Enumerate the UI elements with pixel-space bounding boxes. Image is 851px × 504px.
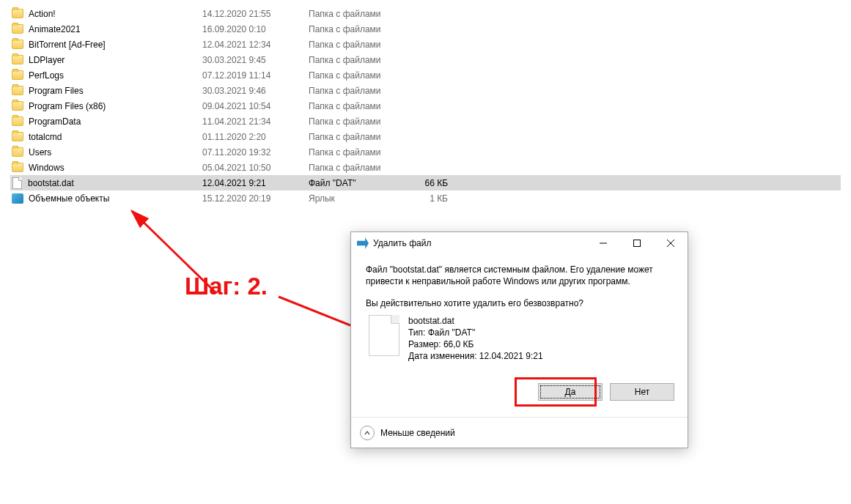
folder-icon [12,147,23,157]
file-name: bootstat.dat [408,315,543,327]
file-name-label: totalcmd [29,132,62,142]
file-type-label: Папка с файлами [309,101,411,111]
file-date-label: 16.09.2020 0:10 [202,24,309,34]
no-button[interactable]: Нет [610,383,674,401]
file-date-label: 05.04.2021 10:50 [202,163,309,173]
file-date-label: 14.12.2020 21:55 [202,9,309,19]
minimize-button[interactable] [586,232,620,254]
file-name-label: BitTorrent [Ad-Free] [29,40,106,50]
3d-objects-icon [12,193,23,204]
file-list: Action!14.12.2020 21:55Папка с файламиAn… [10,6,841,206]
file-date-label: 12.04.2021 12:34 [202,40,309,50]
file-row[interactable]: Windows05.04.2021 10:50Папка с файлами [10,160,841,175]
file-type-label: Папка с файлами [309,55,411,65]
folder-icon [12,163,23,172]
file-date: Дата изменения: 12.04.2021 9:21 [408,350,543,362]
file-date-label: 30.03.2021 9:45 [202,55,309,65]
file-date-label: 12.04.2021 9:21 [202,178,309,188]
folder-icon [12,9,23,18]
file-type-label: Ярлык [309,193,411,204]
folder-icon [12,55,23,64]
file-name-label: Объемные объекты [29,193,109,204]
file-type-label: Папка с файлами [309,116,411,127]
file-row[interactable]: totalcmd01.11.2020 2:20Папка с файлами [10,129,841,144]
file-name-label: Action! [29,9,56,19]
file-icon [369,315,399,356]
file-type-label: Папка с файлами [309,9,411,19]
file-size-label: 1 КБ [411,193,448,204]
file-date-label: 30.03.2021 9:46 [202,86,309,96]
file-row[interactable]: Animate202116.09.2020 0:10Папка с файлам… [10,21,841,37]
file-date-label: 07.11.2020 19:32 [202,147,309,158]
delete-arrow-icon [357,237,369,249]
folder-icon [12,101,23,111]
folder-icon [12,40,23,49]
file-date-label: 09.04.2021 10:54 [202,101,309,111]
folder-icon [12,86,23,95]
file-type-label: Папка с файлами [309,132,411,142]
file-row[interactable]: Action!14.12.2020 21:55Папка с файлами [10,6,841,21]
dialog-question-text: Вы действительно хотите удалить его безв… [366,297,673,309]
chevron-up-icon[interactable] [360,426,375,440]
file-row[interactable]: BitTorrent [Ad-Free]12.04.2021 12:34Папк… [10,37,841,52]
file-name-label: Users [29,147,51,158]
file-type-label: Папка с файлами [309,40,411,50]
delete-file-dialog: Удалить файл Файл "bootstat.dat" являетс… [350,231,688,448]
file-row[interactable]: Объемные объекты15.12.2020 20:19Ярлык1 К… [10,190,841,206]
file-date-label: 07.12.2019 11:14 [202,70,309,81]
file-type-label: Папка с файлами [309,163,411,173]
step-label: Шаг: 2. [185,273,268,300]
dialog-titlebar: Удалить файл [351,232,688,254]
file-size-label: 66 КБ [411,178,448,188]
file-name-label: Program Files (x86) [29,101,106,111]
file-row[interactable]: Program Files30.03.2021 9:46Папка с файл… [10,83,841,98]
dialog-file-info: bootstat.dat Тип: Файл "DAT" Размер: 66,… [366,315,673,362]
file-name-label: bootstat.dat [28,178,74,188]
file-row[interactable]: ProgramData11.04.2021 21:34Папка с файла… [10,114,841,129]
svg-rect-3 [634,240,641,247]
file-row[interactable]: Users07.11.2020 19:32Папка с файлами [10,144,841,160]
file-date-label: 01.11.2020 2:20 [202,132,309,142]
maximize-button[interactable] [620,232,654,254]
yes-button[interactable]: Да [538,383,603,401]
folder-icon [12,132,23,141]
file-name-label: Program Files [29,86,84,96]
less-details-link[interactable]: Меньше сведений [380,428,455,438]
folder-icon [12,24,23,34]
file-row[interactable]: bootstat.dat12.04.2021 9:21Файл "DAT"66 … [10,175,841,190]
folder-icon [12,116,23,126]
file-name-label: LDPlayer [29,55,65,65]
file-icon [12,177,22,189]
file-type-label: Папка с файлами [309,24,411,34]
file-type: Тип: Файл "DAT" [408,327,543,338]
file-name-label: Windows [29,163,65,173]
file-size: Размер: 66,0 КБ [408,338,543,350]
file-row[interactable]: Program Files (x86)09.04.2021 10:54Папка… [10,98,841,114]
file-row[interactable]: PerfLogs07.12.2019 11:14Папка с файлами [10,67,841,83]
dialog-warning-text: Файл "bootstat.dat" является системным ф… [366,264,673,287]
dialog-title: Удалить файл [373,238,586,248]
file-name-label: ProgramData [29,116,81,127]
file-type-label: Папка с файлами [309,70,411,81]
file-name-label: Animate2021 [29,24,81,34]
file-type-label: Папка с файлами [309,86,411,96]
file-row[interactable]: LDPlayer30.03.2021 9:45Папка с файлами [10,52,841,67]
file-date-label: 11.04.2021 21:34 [202,116,309,127]
close-button[interactable] [654,232,688,254]
file-date-label: 15.12.2020 20:19 [202,193,309,204]
folder-icon [12,70,23,80]
file-name-label: PerfLogs [29,70,64,81]
file-type-label: Файл "DAT" [309,178,411,188]
file-type-label: Папка с файлами [309,147,411,158]
